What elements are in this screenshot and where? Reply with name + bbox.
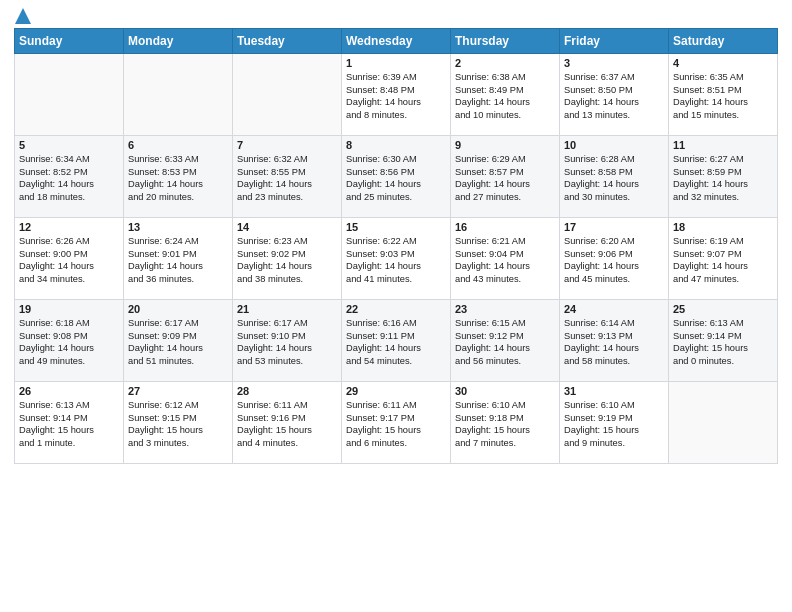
day-number: 10 [564, 139, 664, 151]
cell-content: Sunrise: 6:17 AMSunset: 9:10 PMDaylight:… [237, 317, 337, 367]
logo [14, 14, 31, 20]
calendar-cell: 21Sunrise: 6:17 AMSunset: 9:10 PMDayligh… [233, 300, 342, 382]
day-number: 8 [346, 139, 446, 151]
main-container: SundayMondayTuesdayWednesdayThursdayFrid… [0, 0, 792, 474]
calendar-cell: 17Sunrise: 6:20 AMSunset: 9:06 PMDayligh… [560, 218, 669, 300]
calendar-cell: 9Sunrise: 6:29 AMSunset: 8:57 PMDaylight… [451, 136, 560, 218]
cell-content: Sunrise: 6:28 AMSunset: 8:58 PMDaylight:… [564, 153, 664, 203]
day-number: 17 [564, 221, 664, 233]
day-number: 19 [19, 303, 119, 315]
calendar-cell: 18Sunrise: 6:19 AMSunset: 9:07 PMDayligh… [669, 218, 778, 300]
calendar-cell: 1Sunrise: 6:39 AMSunset: 8:48 PMDaylight… [342, 54, 451, 136]
calendar-cell: 4Sunrise: 6:35 AMSunset: 8:51 PMDaylight… [669, 54, 778, 136]
cell-content: Sunrise: 6:20 AMSunset: 9:06 PMDaylight:… [564, 235, 664, 285]
header [14, 10, 778, 20]
header-thursday: Thursday [451, 29, 560, 54]
day-number: 16 [455, 221, 555, 233]
calendar-cell: 22Sunrise: 6:16 AMSunset: 9:11 PMDayligh… [342, 300, 451, 382]
day-number: 12 [19, 221, 119, 233]
calendar-cell: 10Sunrise: 6:28 AMSunset: 8:58 PMDayligh… [560, 136, 669, 218]
cell-content: Sunrise: 6:26 AMSunset: 9:00 PMDaylight:… [19, 235, 119, 285]
day-number: 23 [455, 303, 555, 315]
day-number: 14 [237, 221, 337, 233]
day-number: 26 [19, 385, 119, 397]
calendar-cell: 28Sunrise: 6:11 AMSunset: 9:16 PMDayligh… [233, 382, 342, 464]
day-number: 1 [346, 57, 446, 69]
calendar-table: SundayMondayTuesdayWednesdayThursdayFrid… [14, 28, 778, 464]
calendar-cell: 8Sunrise: 6:30 AMSunset: 8:56 PMDaylight… [342, 136, 451, 218]
day-number: 18 [673, 221, 773, 233]
cell-content: Sunrise: 6:23 AMSunset: 9:02 PMDaylight:… [237, 235, 337, 285]
day-number: 31 [564, 385, 664, 397]
calendar-cell: 3Sunrise: 6:37 AMSunset: 8:50 PMDaylight… [560, 54, 669, 136]
cell-content: Sunrise: 6:37 AMSunset: 8:50 PMDaylight:… [564, 71, 664, 121]
calendar-cell: 20Sunrise: 6:17 AMSunset: 9:09 PMDayligh… [124, 300, 233, 382]
calendar-cell [124, 54, 233, 136]
day-number: 21 [237, 303, 337, 315]
cell-content: Sunrise: 6:11 AMSunset: 9:17 PMDaylight:… [346, 399, 446, 449]
cell-content: Sunrise: 6:30 AMSunset: 8:56 PMDaylight:… [346, 153, 446, 203]
calendar-cell: 12Sunrise: 6:26 AMSunset: 9:00 PMDayligh… [15, 218, 124, 300]
day-number: 11 [673, 139, 773, 151]
day-number: 5 [19, 139, 119, 151]
calendar-cell: 29Sunrise: 6:11 AMSunset: 9:17 PMDayligh… [342, 382, 451, 464]
cell-content: Sunrise: 6:19 AMSunset: 9:07 PMDaylight:… [673, 235, 773, 285]
day-number: 9 [455, 139, 555, 151]
cell-content: Sunrise: 6:17 AMSunset: 9:09 PMDaylight:… [128, 317, 228, 367]
cell-content: Sunrise: 6:21 AMSunset: 9:04 PMDaylight:… [455, 235, 555, 285]
calendar-cell: 6Sunrise: 6:33 AMSunset: 8:53 PMDaylight… [124, 136, 233, 218]
day-number: 4 [673, 57, 773, 69]
svg-marker-0 [15, 8, 31, 24]
cell-content: Sunrise: 6:11 AMSunset: 9:16 PMDaylight:… [237, 399, 337, 449]
week-row-4: 19Sunrise: 6:18 AMSunset: 9:08 PMDayligh… [15, 300, 778, 382]
header-tuesday: Tuesday [233, 29, 342, 54]
calendar-cell: 27Sunrise: 6:12 AMSunset: 9:15 PMDayligh… [124, 382, 233, 464]
day-number: 15 [346, 221, 446, 233]
calendar-cell: 13Sunrise: 6:24 AMSunset: 9:01 PMDayligh… [124, 218, 233, 300]
cell-content: Sunrise: 6:12 AMSunset: 9:15 PMDaylight:… [128, 399, 228, 449]
calendar-cell: 2Sunrise: 6:38 AMSunset: 8:49 PMDaylight… [451, 54, 560, 136]
day-number: 25 [673, 303, 773, 315]
cell-content: Sunrise: 6:38 AMSunset: 8:49 PMDaylight:… [455, 71, 555, 121]
calendar-cell: 19Sunrise: 6:18 AMSunset: 9:08 PMDayligh… [15, 300, 124, 382]
calendar-cell: 15Sunrise: 6:22 AMSunset: 9:03 PMDayligh… [342, 218, 451, 300]
cell-content: Sunrise: 6:29 AMSunset: 8:57 PMDaylight:… [455, 153, 555, 203]
calendar-cell: 7Sunrise: 6:32 AMSunset: 8:55 PMDaylight… [233, 136, 342, 218]
cell-content: Sunrise: 6:15 AMSunset: 9:12 PMDaylight:… [455, 317, 555, 367]
cell-content: Sunrise: 6:18 AMSunset: 9:08 PMDaylight:… [19, 317, 119, 367]
day-number: 13 [128, 221, 228, 233]
calendar-cell [233, 54, 342, 136]
calendar-cell [15, 54, 124, 136]
day-number: 30 [455, 385, 555, 397]
calendar-cell: 24Sunrise: 6:14 AMSunset: 9:13 PMDayligh… [560, 300, 669, 382]
calendar-cell: 26Sunrise: 6:13 AMSunset: 9:14 PMDayligh… [15, 382, 124, 464]
cell-content: Sunrise: 6:39 AMSunset: 8:48 PMDaylight:… [346, 71, 446, 121]
day-number: 27 [128, 385, 228, 397]
day-number: 2 [455, 57, 555, 69]
day-number: 22 [346, 303, 446, 315]
calendar-cell [669, 382, 778, 464]
day-number: 29 [346, 385, 446, 397]
calendar-cell: 25Sunrise: 6:13 AMSunset: 9:14 PMDayligh… [669, 300, 778, 382]
calendar-cell: 30Sunrise: 6:10 AMSunset: 9:18 PMDayligh… [451, 382, 560, 464]
day-number: 24 [564, 303, 664, 315]
cell-content: Sunrise: 6:24 AMSunset: 9:01 PMDaylight:… [128, 235, 228, 285]
cell-content: Sunrise: 6:33 AMSunset: 8:53 PMDaylight:… [128, 153, 228, 203]
header-friday: Friday [560, 29, 669, 54]
calendar-cell: 23Sunrise: 6:15 AMSunset: 9:12 PMDayligh… [451, 300, 560, 382]
header-row: SundayMondayTuesdayWednesdayThursdayFrid… [15, 29, 778, 54]
day-number: 3 [564, 57, 664, 69]
calendar-cell: 16Sunrise: 6:21 AMSunset: 9:04 PMDayligh… [451, 218, 560, 300]
day-number: 7 [237, 139, 337, 151]
calendar-cell: 14Sunrise: 6:23 AMSunset: 9:02 PMDayligh… [233, 218, 342, 300]
header-sunday: Sunday [15, 29, 124, 54]
week-row-1: 1Sunrise: 6:39 AMSunset: 8:48 PMDaylight… [15, 54, 778, 136]
cell-content: Sunrise: 6:34 AMSunset: 8:52 PMDaylight:… [19, 153, 119, 203]
cell-content: Sunrise: 6:13 AMSunset: 9:14 PMDaylight:… [19, 399, 119, 449]
header-saturday: Saturday [669, 29, 778, 54]
header-monday: Monday [124, 29, 233, 54]
calendar-cell: 5Sunrise: 6:34 AMSunset: 8:52 PMDaylight… [15, 136, 124, 218]
cell-content: Sunrise: 6:10 AMSunset: 9:19 PMDaylight:… [564, 399, 664, 449]
cell-content: Sunrise: 6:10 AMSunset: 9:18 PMDaylight:… [455, 399, 555, 449]
cell-content: Sunrise: 6:22 AMSunset: 9:03 PMDaylight:… [346, 235, 446, 285]
